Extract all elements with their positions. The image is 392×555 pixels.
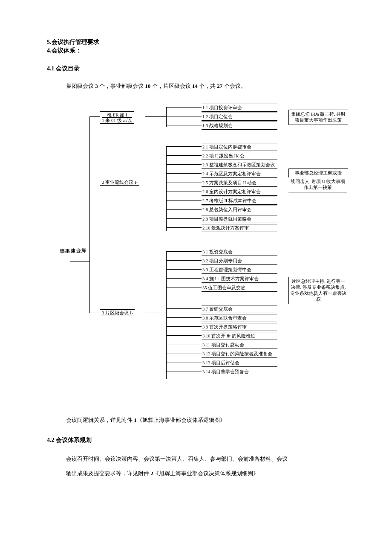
diagram-line <box>166 107 167 127</box>
diagram-line <box>166 372 202 372</box>
diagram-line <box>166 200 202 201</box>
mid-node-1a: 检 ER 如 I <box>102 112 132 118</box>
leaf-item: 2.9 项目整盘就用策略会 <box>202 215 277 223</box>
diagram-line <box>166 288 202 288</box>
diagram-line <box>89 182 100 182</box>
leaf-item: 2.4 示范区及方案定相评审会 <box>202 170 277 178</box>
leaf-item: 1.3 战略规划会 <box>202 122 277 130</box>
diagram-line <box>166 164 202 165</box>
side-note-3: 片区总经理主持. 进行第一决筐. 涉及专业条税决集点. 专业条戏他赁人有一票否决… <box>288 277 348 305</box>
intro-count-3: 14 <box>192 83 198 89</box>
diagram-line <box>166 125 202 125</box>
leaf-item: 3.8 示范区联合审查会 <box>202 314 277 322</box>
heading-5: 5.会议执行管理要求 <box>47 38 349 46</box>
diagram-line <box>145 182 166 182</box>
diagram-line <box>166 192 202 192</box>
mid-node-1b: 1 来 01 级 z√以 <box>102 118 132 123</box>
para-text: 输出成果及提交要求等，详见附件 <box>66 470 150 477</box>
meeting-diagram: 辉海 业会 体旭 上事 部议 检 ER 如 I 1 来 01 级 z√以 1.1… <box>47 104 349 402</box>
leaf-item: 1.1 项目投资评审会 <box>202 104 277 112</box>
diagram-line <box>166 251 167 379</box>
diagram-line <box>89 116 90 313</box>
leaf-item: 3.2 项目分期专用会 <box>202 257 277 265</box>
diagram-line <box>166 363 202 363</box>
mid-node-3: 3 片区级会议 I- <box>100 309 135 316</box>
leaf-item: 3.7 曾硝交底会 <box>202 305 277 313</box>
diagram-line <box>70 262 89 262</box>
heading-4: 4.会议体系： <box>47 47 349 55</box>
diagram-line <box>166 326 202 327</box>
diagram-line <box>89 116 100 117</box>
intro-text: 集团级会议 <box>66 83 95 89</box>
diagram-line <box>166 269 202 270</box>
section-4-1: 4.1 会议目录 <box>47 65 349 73</box>
leaf-item: 2.1 项目定位内麻都市会 <box>202 143 277 151</box>
diagram-line <box>89 313 100 313</box>
diagram-line <box>166 173 202 174</box>
intro-text: 个，共 <box>198 83 217 89</box>
side-note-2b: 线回击人. 财项 U 收大事项作出第一袂策 <box>288 177 347 192</box>
mid-node-2: 2 事业流线会议 I- <box>100 179 139 186</box>
note-text: 会议间逻辑关系，详见附件 <box>66 417 134 423</box>
leaf-item: 35 值工图会审及交底 <box>202 284 277 292</box>
leaf-item: 2.6 童内设计方案定相评审会 <box>202 188 277 196</box>
note-line: 会议间逻辑关系，详见附件 1《旭辉上海事业部会议体系逻辑图》 <box>66 414 349 427</box>
leaf-item: 3.9 首次开盘策略评审 <box>202 323 277 331</box>
leaf-item: 3.12 项目交付的风险按者及准备会 <box>202 350 277 358</box>
mid-node-1: 检 ER 如 I 1 来 01 级 z√以 <box>100 111 134 124</box>
diagram-line <box>166 251 202 252</box>
diagram-line <box>166 218 202 219</box>
para-4-2: 会议召开时间、会议决策内容、会议第一决策人、召集人、参与部门、会前准备材料、会议… <box>66 452 349 481</box>
diagram-line <box>145 116 166 117</box>
leaf-item: 2.3 整祖建筑极念和示教区策划会议 <box>202 161 277 169</box>
intro-count-4: 27 <box>217 83 222 89</box>
leaf-item: 1.2 项目定位会 <box>202 113 277 121</box>
diagram-line <box>166 146 202 147</box>
leaf-item: 2.2 项 II 跟投当 IK 公 <box>202 152 277 160</box>
leaf-item: 3.3 工程首理策划愕中会 <box>202 266 277 274</box>
diagram-line <box>166 107 202 108</box>
leaf-item: 2.10 景观决计方案评审 <box>202 224 277 232</box>
diagram-line <box>166 308 202 309</box>
leaf-item: 3.11 项目交付腐动会 <box>202 341 277 349</box>
diagram-line <box>166 354 202 354</box>
para-text: 会议召开时间、会议决策内容、会议第一决策人、召集人、参与部门、会前准备材料、会议 <box>66 456 288 462</box>
note-suffix: 《旭辉上海事业部会议体系逻辑图》 <box>137 417 225 423</box>
leaf-item: 2.8 总包柒位入用评审会 <box>202 206 277 214</box>
diagram-line <box>145 313 166 313</box>
section-4-2: 4.2 会议体系规划 <box>47 436 349 444</box>
leaf-item: 3.14 项目董学会预备会 <box>202 368 277 376</box>
side-note-2a: 事业部总经理主柳或授 <box>288 169 348 177</box>
diagram-line <box>166 183 202 183</box>
side-note-1: 集团总切 BIJa 微主持, 并时项目董大事项作出决策 <box>288 110 348 125</box>
leaf-item: 3.4 施 I：图技术方案评审会 <box>202 275 277 283</box>
intro-text: 个会议。 <box>222 83 246 89</box>
diagram-line <box>166 227 202 228</box>
intro-count-2: 10 <box>145 83 150 89</box>
diagram-line <box>166 116 202 116</box>
leaf-item: 3.10 首次开 fit 的风险检位 <box>202 332 277 340</box>
intro-line: 集团级会议 3 个，事业部级会议 10 个，片区级会议 14 个，共 27 个会… <box>66 80 349 93</box>
diagram-line <box>166 317 202 318</box>
diagram-line <box>166 278 202 279</box>
diagram-line <box>166 209 202 210</box>
leaf-item: 2.5 方案决策及项目 II 动会 <box>202 179 277 187</box>
diagram-line <box>166 155 202 156</box>
diagram-line <box>166 345 202 345</box>
para-suffix: 《旭辉上海事业部会议决策体系规划细则》 <box>153 470 259 477</box>
intro-text: 个，片区级会议 <box>150 83 192 89</box>
leaf-item: 3.13 项目后评估会 <box>202 359 277 367</box>
diagram-line <box>166 260 202 261</box>
intro-text: 个，事业部级会议 <box>98 83 145 89</box>
leaf-item: 2.7 考核版 II 标成本评中会 <box>202 197 277 205</box>
leaf-item: 3.1 投资交底会 <box>202 248 277 256</box>
diagram-line <box>166 335 202 336</box>
